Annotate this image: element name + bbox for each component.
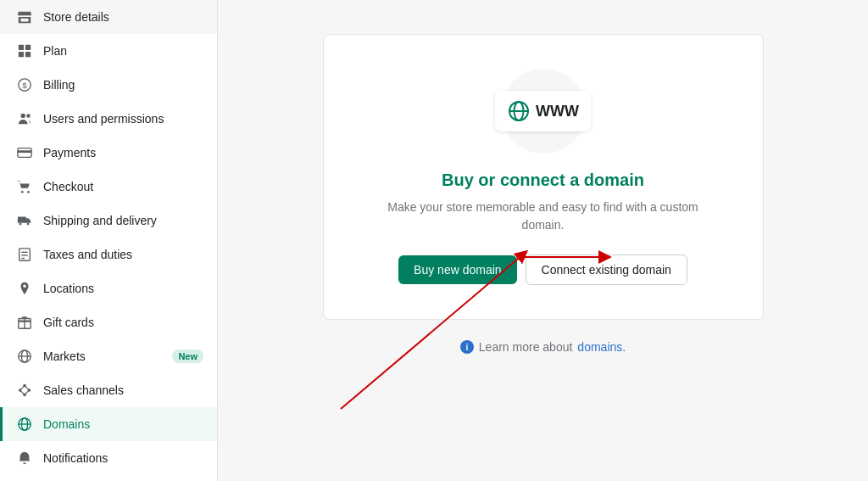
connect-existing-domain-button[interactable]: Connect existing domain bbox=[526, 254, 687, 285]
sidebar-item-payments[interactable]: Payments bbox=[0, 136, 217, 170]
sidebar-item-markets[interactable]: Markets New bbox=[0, 339, 217, 373]
sidebar-item-label: Gift cards bbox=[43, 316, 203, 329]
checkout-icon bbox=[16, 178, 33, 195]
shipping-icon bbox=[16, 212, 33, 229]
svg-rect-0 bbox=[19, 45, 24, 50]
sidebar-item-label: Locations bbox=[43, 282, 203, 295]
svg-point-11 bbox=[27, 191, 30, 193]
svg-point-7 bbox=[26, 114, 31, 118]
sidebar-item-notifications[interactable]: Notifications bbox=[0, 441, 217, 475]
svg-rect-3 bbox=[25, 52, 31, 57]
globe-icon bbox=[16, 348, 33, 365]
gift-icon bbox=[16, 314, 33, 331]
learn-more-text: Learn more about bbox=[479, 340, 573, 354]
sidebar-item-label: Taxes and duties bbox=[43, 248, 203, 261]
sidebar-item-plan[interactable]: Plan bbox=[0, 34, 217, 68]
sidebar-item-billing[interactable]: $ Billing bbox=[0, 68, 217, 102]
bell-icon bbox=[16, 450, 33, 467]
learn-more-section: i Learn more about domains. bbox=[460, 340, 626, 354]
button-row: Buy new domain Connect existing domain bbox=[398, 254, 687, 285]
svg-rect-2 bbox=[19, 52, 24, 57]
sidebar-item-label: Billing bbox=[43, 78, 203, 92]
svg-point-6 bbox=[21, 114, 25, 118]
sidebar-item-sales-channels[interactable]: Sales channels bbox=[0, 373, 217, 407]
sidebar-item-checkout[interactable]: Checkout bbox=[0, 170, 217, 204]
sidebar-item-shipping-delivery[interactable]: Shipping and delivery bbox=[0, 204, 217, 238]
sidebar-item-locations[interactable]: Locations bbox=[0, 271, 217, 305]
sidebar-item-taxes-duties[interactable]: Taxes and duties bbox=[0, 238, 217, 271]
svg-line-27 bbox=[20, 386, 25, 390]
domain-icon-inner: WWW bbox=[495, 91, 591, 131]
www-label: WWW bbox=[536, 103, 579, 120]
svg-rect-1 bbox=[25, 45, 31, 50]
sidebar-item-label: Sales channels bbox=[43, 383, 203, 397]
sidebar-item-label: Notifications bbox=[43, 451, 203, 465]
main-content: WWW Buy or connect a domain Make your st… bbox=[218, 0, 868, 481]
info-icon: i bbox=[460, 340, 474, 354]
new-badge: New bbox=[172, 350, 203, 363]
sidebar-item-label: Checkout bbox=[43, 180, 203, 193]
taxes-icon bbox=[16, 246, 33, 263]
location-icon bbox=[16, 280, 33, 297]
svg-line-30 bbox=[25, 390, 29, 394]
sidebar-item-gift-cards[interactable]: Gift cards bbox=[0, 305, 217, 339]
domain-card: WWW Buy or connect a domain Make your st… bbox=[323, 34, 764, 320]
www-globe-icon bbox=[507, 99, 531, 123]
sidebar-item-label: Plan bbox=[43, 44, 203, 58]
billing-icon: $ bbox=[16, 76, 33, 93]
svg-point-12 bbox=[19, 223, 22, 226]
card-title: Buy or connect a domain bbox=[442, 171, 644, 190]
svg-line-28 bbox=[25, 386, 29, 390]
sidebar-item-store-details[interactable]: Store details bbox=[0, 0, 217, 34]
plan-icon bbox=[16, 42, 33, 59]
buy-new-domain-button[interactable]: Buy new domain bbox=[398, 255, 517, 284]
sidebar-item-label: Store details bbox=[43, 10, 203, 24]
sidebar-item-domains[interactable]: Domains bbox=[0, 407, 217, 441]
svg-point-13 bbox=[27, 223, 30, 226]
domain-icon-wrapper: WWW bbox=[501, 69, 586, 154]
sales-channels-icon bbox=[16, 382, 33, 399]
users-icon bbox=[16, 110, 33, 127]
svg-line-29 bbox=[20, 390, 25, 394]
svg-rect-9 bbox=[18, 150, 31, 153]
sidebar: Store details Plan $ Billing Users and p… bbox=[0, 0, 218, 481]
payments-icon bbox=[16, 144, 33, 161]
sidebar-item-label: Markets bbox=[43, 350, 159, 363]
sidebar-item-label: Users and permissions bbox=[43, 112, 203, 126]
sidebar-item-label: Payments bbox=[43, 146, 203, 159]
sidebar-item-label: Shipping and delivery bbox=[43, 214, 203, 227]
sidebar-item-users-permissions[interactable]: Users and permissions bbox=[0, 102, 217, 136]
domains-globe-icon bbox=[16, 416, 33, 433]
svg-text:$: $ bbox=[22, 81, 27, 90]
sidebar-item-label: Domains bbox=[43, 417, 203, 431]
card-description: Make your store memorable and easy to fi… bbox=[375, 199, 712, 234]
store-icon bbox=[16, 8, 33, 25]
domains-link[interactable]: domains. bbox=[577, 340, 626, 354]
svg-point-10 bbox=[21, 191, 24, 193]
